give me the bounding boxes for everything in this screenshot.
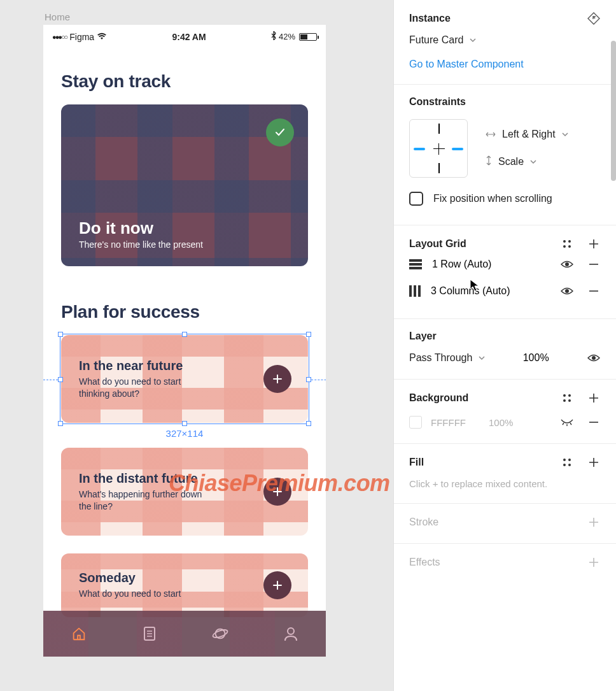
bg-color-value[interactable]: FFFFFF [431, 417, 466, 428]
blend-mode-dropdown[interactable]: Pass Through [409, 352, 485, 364]
check-badge[interactable] [266, 118, 294, 146]
minus-icon [589, 290, 598, 292]
grid-style-button[interactable] [560, 237, 574, 251]
v-constraint-value: Scale [498, 156, 524, 167]
fill-style-button[interactable] [560, 455, 574, 469]
grid-item-rows[interactable]: 1 Row (Auto) [409, 259, 491, 270]
toggle-visibility-button[interactable] [587, 351, 601, 365]
tab-home[interactable] [71, 625, 87, 642]
svg-point-19 [563, 399, 566, 402]
reset-instance-button[interactable] [587, 11, 601, 25]
instance-dropdown[interactable]: Future Card [409, 25, 601, 51]
selection-handle[interactable] [182, 332, 187, 337]
section-heading-layout-grid: Layout Grid [409, 238, 466, 250]
selection-handle[interactable] [58, 377, 63, 382]
selection-handle[interactable] [306, 421, 311, 426]
bg-color-swatch[interactable] [409, 416, 422, 429]
toggle-visibility-hidden-button[interactable] [560, 415, 574, 429]
component-name: Future Card [409, 34, 463, 46]
grid-col-label: 3 Columns (Auto) [431, 285, 510, 297]
add-button[interactable] [263, 571, 291, 599]
now-card[interactable]: Do it now There's no time like the prese… [61, 104, 308, 266]
double-arrow-v-icon [486, 155, 492, 168]
future-card-selected[interactable]: In the near future What do you need to s… [61, 335, 308, 423]
section-heading-stroke: Stroke [409, 516, 438, 528]
now-card-subtitle: There's no time like the present [79, 239, 203, 250]
selection-handle[interactable] [306, 332, 311, 337]
tab-list[interactable] [141, 625, 158, 642]
eye-closed-icon [561, 418, 573, 426]
toggle-visibility-button[interactable] [560, 284, 574, 298]
add-stroke-button[interactable] [587, 515, 601, 529]
remove-bg-button[interactable] [587, 415, 601, 429]
h-constraint-value: Left & Right [502, 129, 556, 140]
bluetooth-icon [271, 31, 276, 42]
frame-label[interactable]: Home [45, 11, 393, 22]
add-grid-button[interactable] [587, 237, 601, 251]
list-icon [141, 625, 158, 642]
remove-grid-button[interactable] [587, 257, 601, 271]
plus-icon [589, 393, 599, 403]
tab-explore[interactable] [212, 625, 228, 642]
v-constraint-dropdown[interactable]: Scale [486, 145, 601, 173]
svg-point-24 [568, 464, 571, 466]
chevron-down-icon [470, 38, 476, 43]
now-card-title: Do it now [79, 218, 203, 238]
blend-mode-value: Pass Through [409, 352, 472, 364]
carrier-label: Figma [69, 32, 94, 42]
future-card-subtitle: What do you need to start thinking about… [79, 376, 206, 399]
go-to-master-link[interactable]: Go to Master Component [409, 59, 601, 70]
svg-point-21 [563, 459, 566, 461]
add-bg-button[interactable] [587, 391, 601, 405]
fix-position-label: Fix position when scrolling [433, 193, 552, 204]
section-title-plan-for-success: Plan for success [61, 302, 308, 322]
constraints-widget[interactable] [409, 119, 468, 178]
layer-opacity-input[interactable]: 100% [523, 352, 549, 364]
svg-point-15 [565, 289, 569, 293]
four-dots-icon [563, 394, 571, 402]
future-card[interactable]: Someday What do you need to start [61, 553, 308, 617]
bg-opacity-value[interactable]: 100% [489, 417, 513, 428]
section-heading-effects: Effects [409, 557, 440, 568]
svg-rect-10 [409, 267, 422, 269]
fill-hint: Click + to replace mixed content. [409, 469, 601, 489]
plus-icon [589, 557, 599, 567]
selection-handle[interactable] [58, 332, 63, 337]
add-effect-button[interactable] [587, 555, 601, 569]
svg-point-23 [563, 464, 566, 466]
properties-panel: Instance Future Card Go to Master Compon… [393, 0, 616, 691]
toggle-visibility-button[interactable] [560, 257, 574, 271]
selection-handle[interactable] [306, 377, 311, 382]
remove-grid-button[interactable] [587, 284, 601, 298]
plus-icon [271, 579, 284, 592]
svg-point-4 [563, 240, 566, 243]
svg-point-2 [212, 629, 228, 639]
section-heading-constraints: Constraints [409, 96, 466, 108]
add-button[interactable] [263, 365, 291, 393]
future-card[interactable]: In the distant future What's happening f… [61, 448, 308, 536]
tab-profile[interactable] [283, 625, 299, 642]
bg-style-button[interactable] [560, 391, 574, 405]
svg-point-3 [288, 628, 294, 634]
add-button[interactable] [263, 478, 291, 506]
selection-handle[interactable] [58, 421, 63, 426]
svg-rect-9 [409, 263, 422, 266]
svg-point-16 [592, 356, 596, 360]
svg-rect-8 [409, 259, 422, 262]
section-heading-layer: Layer [409, 331, 437, 342]
eye-icon [587, 353, 600, 362]
h-constraint-dropdown[interactable]: Left & Right [486, 124, 601, 145]
add-fill-button[interactable] [587, 455, 601, 469]
double-arrow-h-icon [486, 129, 496, 140]
selection-handle[interactable] [182, 421, 187, 426]
status-bar: ●●●○○ Figma 9:42 AM 42% [43, 25, 326, 46]
wifi-icon [97, 32, 107, 42]
fix-position-checkbox[interactable] [409, 192, 423, 206]
phone-frame[interactable]: ●●●○○ Figma 9:42 AM 42% Stay on track [43, 25, 326, 657]
svg-point-17 [563, 394, 566, 397]
check-icon [274, 126, 286, 139]
grid-item-columns[interactable]: 3 Columns (Auto) [409, 285, 510, 297]
svg-point-7 [568, 245, 571, 248]
scrollbar[interactable] [611, 41, 616, 181]
plus-icon [589, 239, 599, 249]
